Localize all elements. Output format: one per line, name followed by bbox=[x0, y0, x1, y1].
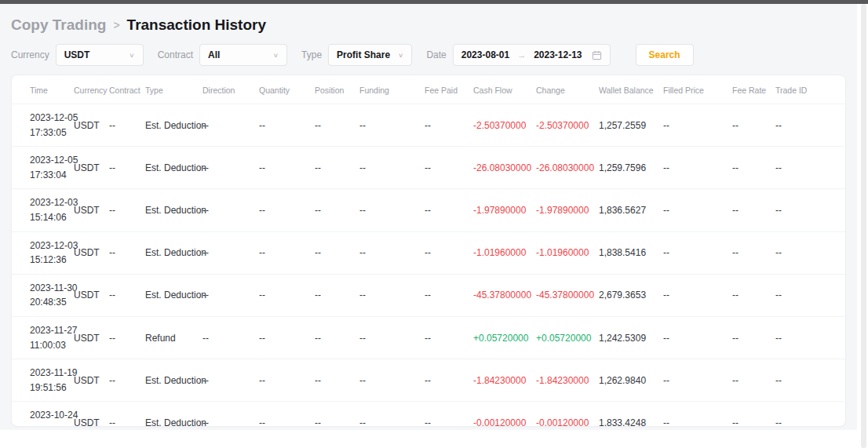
cell-quantity: -- bbox=[257, 231, 312, 274]
cell-funding: -- bbox=[357, 231, 422, 274]
cell-position: -- bbox=[312, 402, 357, 427]
cell-quantity: -- bbox=[257, 189, 312, 231]
date-range-picker[interactable]: 2023-08-01 → 2023-12-13 bbox=[453, 44, 611, 66]
cell-change: +0.05720000 bbox=[534, 316, 596, 359]
currency-select-value: USDT bbox=[64, 49, 90, 60]
cell-cash-flow: -1.01960000 bbox=[471, 231, 534, 274]
cell-contract: -- bbox=[107, 231, 143, 274]
cell-cash-flow: -2.50370000 bbox=[471, 104, 534, 147]
cell-time: 2023-12-0315:12:36 bbox=[12, 231, 71, 274]
table-row: 2023-10-2412:52:52USDT--Est. Deduction--… bbox=[12, 402, 845, 427]
column-header-currency: Currency bbox=[71, 75, 107, 104]
cell-time: 2023-11-3020:48:35 bbox=[12, 274, 71, 316]
cell-position: -- bbox=[312, 359, 357, 402]
cell-funding: -- bbox=[357, 274, 422, 316]
cell-type: Refund bbox=[143, 316, 200, 359]
type-select[interactable]: Profit Share ∨ bbox=[328, 44, 412, 66]
cell-wallet-balance: 1,262.9840 bbox=[596, 359, 661, 402]
cell-currency: USDT bbox=[71, 104, 107, 147]
cell-position: -- bbox=[312, 147, 357, 189]
type-filter-label: Type bbox=[301, 49, 322, 60]
cell-time-line: 15:14:06 bbox=[30, 210, 69, 225]
currency-select[interactable]: USDT ∨ bbox=[56, 44, 144, 66]
cell-change: -26.08030000 bbox=[534, 147, 596, 189]
filter-bar: Currency USDT ∨ Contract All ∨ Type Prof… bbox=[0, 44, 857, 66]
table-row: 2023-12-0517:33:04USDT--Est. Deduction--… bbox=[12, 147, 845, 189]
cell-filled-price: -- bbox=[661, 147, 730, 189]
table-header-row: TimeCurrencyContractTypeDirectionQuantit… bbox=[12, 75, 845, 104]
cell-cash-flow: -26.08030000 bbox=[471, 147, 534, 189]
cell-change: -0.00120000 bbox=[534, 402, 596, 427]
cell-fee-rate: -- bbox=[730, 231, 773, 274]
cell-time-line: 17:33:04 bbox=[30, 168, 69, 183]
cell-time-line: 20:48:35 bbox=[30, 295, 69, 310]
date-filter-label: Date bbox=[426, 49, 446, 60]
cell-trade-id: -- bbox=[773, 359, 845, 402]
cell-time-line: 17:33:05 bbox=[30, 126, 69, 140]
column-header-direction: Direction bbox=[200, 75, 257, 104]
cell-contract: -- bbox=[107, 402, 143, 427]
cell-fee-rate: -- bbox=[730, 147, 773, 189]
cell-position: -- bbox=[312, 316, 357, 359]
cell-fee-rate: -- bbox=[730, 402, 773, 427]
cell-type: Est. Deduction bbox=[143, 359, 200, 402]
date-end-value[interactable]: 2023-12-13 bbox=[534, 49, 582, 60]
cell-time-line: 12:52:52 bbox=[30, 423, 69, 427]
cell-fee-paid: -- bbox=[422, 189, 471, 231]
table-row: 2023-11-3020:48:35USDT--Est. Deduction--… bbox=[12, 274, 845, 316]
cell-contract: -- bbox=[107, 359, 143, 402]
cell-direction: -- bbox=[200, 231, 257, 274]
breadcrumb-separator: > bbox=[113, 19, 119, 31]
cell-date-line: 2023-12-03 bbox=[30, 239, 69, 253]
vertical-scrollbar[interactable] bbox=[861, 4, 866, 448]
cell-time: 2023-10-2412:52:52 bbox=[12, 402, 71, 427]
calendar-icon[interactable] bbox=[592, 50, 602, 60]
cell-fee-rate: -- bbox=[730, 274, 773, 316]
cell-date-line: 2023-11-27 bbox=[30, 323, 69, 338]
type-select-value: Profit Share bbox=[337, 49, 390, 60]
cell-currency: USDT bbox=[71, 189, 107, 231]
column-header-position: Position bbox=[312, 75, 357, 104]
cell-direction: -- bbox=[200, 316, 257, 359]
cell-trade-id: -- bbox=[773, 274, 845, 316]
cell-quantity: -- bbox=[257, 316, 312, 359]
cell-time: 2023-11-1919:51:56 bbox=[12, 359, 71, 402]
transaction-history-table: TimeCurrencyContractTypeDirectionQuantit… bbox=[12, 75, 845, 427]
date-start-value[interactable]: 2023-08-01 bbox=[461, 49, 509, 60]
search-button[interactable]: Search bbox=[636, 44, 694, 66]
cell-time: 2023-12-0315:14:06 bbox=[12, 189, 71, 231]
cell-type: Est. Deduction bbox=[143, 274, 200, 316]
column-header-funding: Funding bbox=[357, 75, 422, 104]
breadcrumb-copy-trading-link[interactable]: Copy Trading bbox=[11, 16, 106, 34]
contract-select[interactable]: All ∨ bbox=[199, 44, 287, 66]
cell-fee-rate: -- bbox=[730, 104, 773, 147]
cell-wallet-balance: 2,679.3653 bbox=[596, 274, 661, 316]
table-row: 2023-11-2711:00:03USDT--Refund----------… bbox=[12, 316, 845, 359]
cell-quantity: -- bbox=[257, 104, 312, 147]
cell-type: Est. Deduction bbox=[143, 189, 200, 231]
cell-currency: USDT bbox=[71, 274, 107, 316]
cell-currency: USDT bbox=[71, 231, 107, 274]
cell-trade-id: -- bbox=[773, 231, 845, 274]
cell-contract: -- bbox=[107, 316, 143, 359]
cell-position: -- bbox=[312, 231, 357, 274]
column-header-type: Type bbox=[143, 75, 200, 104]
chevron-down-icon: ∨ bbox=[129, 52, 134, 59]
cell-cash-flow: -0.00120000 bbox=[471, 402, 534, 427]
cell-cash-flow: -45.37800000 bbox=[471, 274, 534, 316]
cell-change: -2.50370000 bbox=[534, 104, 596, 147]
cell-type: Est. Deduction bbox=[143, 402, 200, 427]
column-header-wallet-balance: Wallet Balance bbox=[596, 75, 661, 104]
cell-fee-paid: -- bbox=[422, 359, 471, 402]
cell-filled-price: -- bbox=[661, 104, 730, 147]
cell-fee-rate: -- bbox=[730, 316, 773, 359]
cell-date-line: 2023-11-30 bbox=[30, 281, 69, 296]
cell-direction: -- bbox=[200, 402, 257, 427]
cell-funding: -- bbox=[357, 189, 422, 231]
cell-currency: USDT bbox=[71, 359, 107, 402]
cell-date-line: 2023-12-05 bbox=[30, 111, 69, 126]
cell-cash-flow: -1.84230000 bbox=[471, 359, 534, 402]
cell-wallet-balance: 1,833.4248 bbox=[596, 402, 661, 427]
cell-time-line: 15:12:36 bbox=[30, 253, 69, 268]
cell-contract: -- bbox=[107, 189, 143, 231]
